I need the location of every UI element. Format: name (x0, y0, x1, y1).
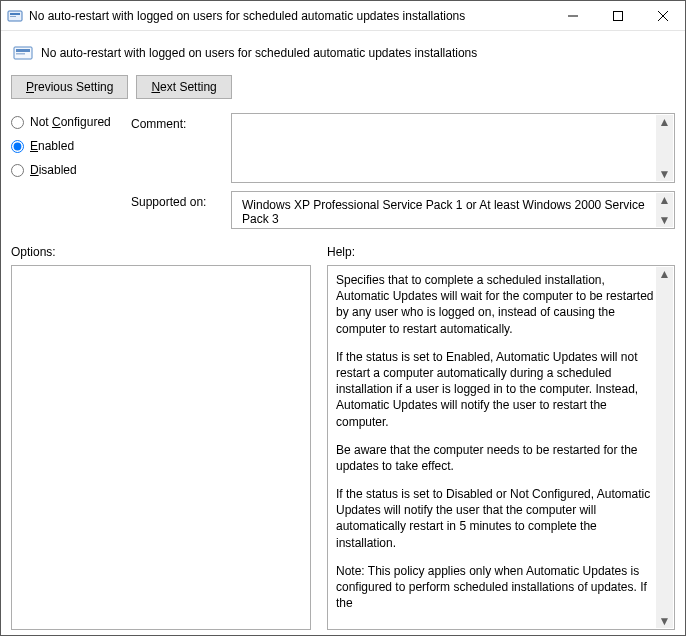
policy-name-label: No auto-restart with logged on users for… (41, 46, 477, 60)
help-label: Help: (327, 245, 355, 259)
policy-editor-window: No auto-restart with logged on users for… (0, 0, 686, 636)
window-title: No auto-restart with logged on users for… (29, 9, 550, 23)
next-setting-button[interactable]: Next Setting (136, 75, 231, 99)
help-paragraph: If the status is set to Disabled or Not … (336, 486, 654, 551)
svg-rect-1 (10, 13, 20, 15)
svg-rect-9 (16, 53, 25, 55)
svg-rect-2 (10, 16, 16, 17)
panels-header: Options: Help: (11, 245, 675, 259)
dialog-footer: OK Cancel Apply (11, 630, 675, 636)
previous-setting-button[interactable]: Previous Setting (11, 75, 128, 99)
help-panel: Specifies that to complete a scheduled i… (327, 265, 675, 630)
scrollbar[interactable]: ▲▼ (656, 193, 673, 227)
svg-rect-4 (613, 11, 622, 20)
help-paragraph: If the status is set to Enabled, Automat… (336, 349, 654, 430)
comment-label: Comment: (131, 113, 221, 183)
minimize-button[interactable] (550, 1, 595, 30)
policy-icon (7, 8, 23, 24)
help-paragraph: Note: This policy applies only when Auto… (336, 563, 654, 612)
radio-not-configured-input[interactable] (11, 116, 24, 129)
supported-on-field: Windows XP Professional Service Pack 1 o… (231, 191, 675, 229)
radio-enabled-input[interactable] (11, 140, 24, 153)
radio-disabled[interactable]: Disabled (11, 163, 121, 177)
scrollbar[interactable]: ▲▼ (656, 115, 673, 181)
nav-buttons: Previous Setting Next Setting (11, 73, 675, 113)
radio-disabled-input[interactable] (11, 164, 24, 177)
svg-rect-8 (16, 49, 30, 52)
help-paragraph: Be aware that the computer needs to be r… (336, 442, 654, 474)
config-row: Not Configured Enabled Disabled Comment:… (11, 113, 675, 183)
radio-enabled[interactable]: Enabled (11, 139, 121, 153)
radio-not-configured[interactable]: Not Configured (11, 115, 121, 129)
titlebar: No auto-restart with logged on users for… (1, 1, 685, 31)
supported-row: Supported on: Windows XP Professional Se… (11, 191, 675, 229)
help-paragraph: Specifies that to complete a scheduled i… (336, 272, 654, 337)
state-radios: Not Configured Enabled Disabled (11, 113, 121, 183)
policy-header: No auto-restart with logged on users for… (11, 39, 675, 73)
panels: Specifies that to complete a scheduled i… (11, 265, 675, 630)
maximize-button[interactable] (595, 1, 640, 30)
comment-field[interactable]: ▲▼ (231, 113, 675, 183)
policy-header-icon (13, 43, 33, 63)
supported-label: Supported on: (131, 191, 221, 209)
supported-on-text: Windows XP Professional Service Pack 1 o… (236, 194, 670, 230)
options-label: Options: (11, 245, 311, 259)
close-button[interactable] (640, 1, 685, 30)
scrollbar[interactable]: ▲▼ (656, 267, 673, 628)
help-text: Specifies that to complete a scheduled i… (328, 266, 674, 629)
content-area: No auto-restart with logged on users for… (1, 31, 685, 636)
options-panel (11, 265, 311, 630)
comment-textarea[interactable] (236, 116, 670, 180)
